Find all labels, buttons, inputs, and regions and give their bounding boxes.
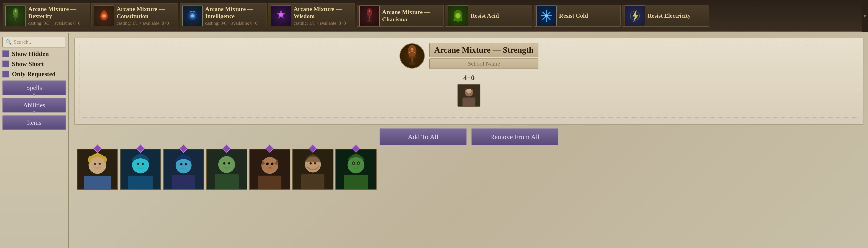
spells-button[interactable]: Spells ▼	[2, 81, 66, 95]
spell-name-con: Arcane Mixture — Constitution	[117, 5, 176, 20]
abilities-arrow-icon: ▼	[32, 109, 37, 115]
action-buttons: Add To All Remove From All	[74, 128, 863, 145]
spell-name-cold: Resist Cold	[559, 12, 618, 19]
svg-point-57	[314, 162, 316, 164]
checkbox-hidden-label: Show Hidden	[12, 50, 49, 58]
spell-name-int: Arcane Mixture — Intelligence	[205, 5, 264, 20]
left-sidebar: 🔍 Show Hidden Show Short Only Requested …	[0, 33, 69, 248]
spell-name-wis: Arcane Mixture — Wisdom	[293, 5, 353, 20]
spell-detail-panel: Arcane Mixture — Strength School Name 4+…	[74, 38, 863, 125]
items-button[interactable]: Items	[2, 115, 66, 130]
char-portrait-5[interactable]	[249, 149, 290, 190]
main-content: Arcane Mixture — Strength School Name 4+…	[70, 33, 868, 248]
spell-casting-wis: casting: 1/1 + available: 0+0	[293, 21, 353, 26]
svg-point-37	[142, 163, 144, 165]
checkbox-only-requested[interactable]: Only Requested	[2, 70, 66, 78]
add-to-all-label: Add To All	[408, 133, 438, 141]
spell-entry-cold[interactable]: Resist Cold	[534, 5, 621, 27]
spell-entry-wis[interactable]: Arcane Mixture — Wisdom casting: 1/1 + a…	[268, 3, 355, 28]
scrollbar-right: ▼	[862, 0, 868, 32]
spell-detail-info: Arcane Mixture — Strength School Name	[429, 43, 539, 69]
char-portrait-6[interactable]	[292, 149, 334, 190]
spell-icon-dex	[5, 5, 26, 26]
svg-point-41	[180, 163, 183, 165]
char-portrait-3[interactable]	[163, 149, 204, 190]
svg-point-12	[367, 20, 372, 23]
checkbox-show-short[interactable]: Show Short	[2, 60, 66, 68]
checkbox-requested-label: Only Requested	[12, 70, 56, 78]
checkbox-short-box[interactable]	[2, 61, 9, 67]
spells-button-label: Spells	[26, 84, 42, 91]
spell-info-elec: Resist Electricity	[648, 12, 707, 19]
spell-entry-con[interactable]: Arcane Mixture — Constitution casting: 1…	[91, 3, 178, 28]
remove-from-all-button[interactable]: Remove From All	[471, 128, 558, 145]
spell-count: 4+0	[463, 73, 475, 82]
spell-name-cha: Arcane Mixture — Charisma	[382, 8, 441, 23]
spell-icon-acid	[447, 5, 468, 26]
items-button-label: Items	[27, 119, 41, 126]
spell-entry-acid[interactable]: Resist Acid	[445, 5, 532, 27]
spell-detail-name: Arcane Mixture — Strength	[429, 43, 539, 57]
spell-info-cold: Resist Cold	[559, 12, 618, 19]
svg-rect-35	[128, 176, 153, 189]
abilities-button[interactable]: Abilities ▼	[2, 98, 66, 113]
svg-point-52	[271, 162, 274, 165]
spell-icon-cha	[359, 5, 380, 26]
spell-name-acid: Resist Acid	[470, 12, 530, 19]
char-portrait-7[interactable]	[335, 149, 377, 190]
spell-icon-con	[94, 5, 114, 26]
search-box: 🔍	[2, 37, 66, 48]
spell-entry-cha[interactable]: Arcane Mixture — Charisma	[356, 5, 444, 27]
svg-point-44	[218, 156, 235, 173]
spell-detail-icon	[400, 43, 425, 68]
svg-point-1	[15, 10, 17, 12]
svg-rect-45	[215, 174, 239, 189]
char-portrait-4[interactable]	[206, 149, 247, 190]
svg-rect-30	[84, 176, 111, 189]
char-portrait-2[interactable]	[120, 149, 161, 190]
svg-point-42	[185, 163, 187, 165]
search-input[interactable]	[13, 39, 63, 45]
svg-point-49	[261, 157, 278, 174]
spell-entry-int[interactable]: Arcane Mixture — Intelligence casting: 0…	[180, 3, 267, 28]
svg-point-36	[137, 163, 140, 165]
svg-point-47	[228, 162, 230, 164]
svg-point-46	[223, 162, 225, 164]
spells-arrow-icon: ▼	[32, 92, 37, 98]
svg-point-21	[410, 48, 413, 51]
spell-entry-dex[interactable]: Arcane Mixture — Dexterity casting: 3/3 …	[3, 3, 90, 28]
svg-point-20	[408, 45, 416, 57]
char-image-4	[206, 149, 247, 190]
spell-casting-int: casting: 0/0 + available: 0+0	[205, 21, 264, 26]
char-portrait-1[interactable]	[77, 149, 118, 190]
spell-entry-elec[interactable]: Resist Electricity	[622, 5, 709, 27]
spell-info-cha: Arcane Mixture — Charisma	[382, 8, 441, 23]
svg-rect-26	[463, 97, 475, 106]
checkbox-requested-box[interactable]	[2, 71, 9, 78]
checkbox-short-label: Show Short	[12, 60, 44, 68]
svg-rect-55	[301, 174, 324, 189]
scroll-arrow-down[interactable]: ▼	[863, 14, 867, 18]
svg-point-31	[94, 163, 96, 165]
svg-point-8	[279, 13, 283, 17]
checkbox-show-hidden[interactable]: Show Hidden	[2, 50, 66, 58]
spell-casting-con: casting: 1/1 + available: 0+0	[117, 21, 176, 26]
svg-point-3	[13, 20, 18, 23]
spell-name-elec: Resist Electricity	[648, 12, 707, 19]
abilities-button-label: Abilities	[23, 101, 45, 108]
svg-rect-60	[344, 175, 368, 189]
svg-point-32	[98, 163, 101, 165]
spell-detail-header: Arcane Mixture — Strength School Name	[400, 43, 539, 69]
character-portrait-main	[458, 84, 480, 107]
spell-name-dex: Arcane Mixture — Dexterity	[28, 5, 87, 20]
svg-point-51	[266, 162, 269, 165]
spell-info-acid: Resist Acid	[470, 12, 530, 19]
svg-rect-50	[258, 176, 281, 189]
add-to-all-button[interactable]: Add To All	[379, 128, 467, 145]
char-image-7	[335, 149, 377, 190]
char-image-5	[249, 149, 290, 190]
checkbox-hidden-box[interactable]	[2, 51, 9, 57]
char-image-3	[163, 149, 204, 190]
spell-info-dex: Arcane Mixture — Dexterity casting: 3/3 …	[28, 5, 87, 26]
spell-icon-elec	[625, 5, 645, 26]
